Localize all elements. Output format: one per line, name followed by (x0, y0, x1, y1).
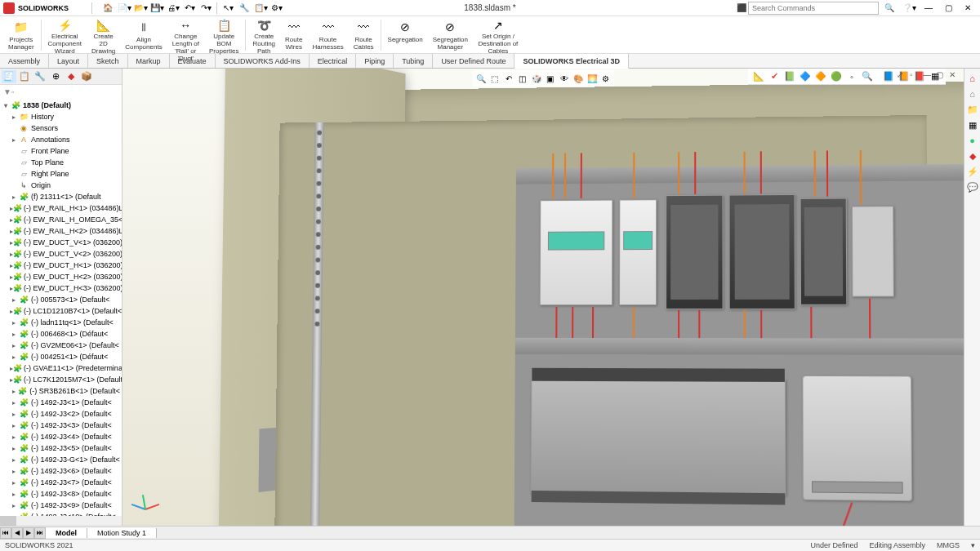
expand-icon[interactable]: ▸ (10, 491, 18, 498)
select-button[interactable]: ↖▾ (220, 2, 235, 15)
expand-icon[interactable]: ▸ (10, 502, 18, 509)
st-btn[interactable]: 📗 (782, 70, 797, 83)
ribbon-button[interactable]: ⚡ElectricalComponentWizard (43, 18, 87, 52)
tree-item[interactable]: ▸🧩(-) GV2ME06<1> (Default< (0, 340, 122, 351)
home-button[interactable]: 🏠 (100, 2, 115, 15)
ribbon-button[interactable]: ↗Set Origin /Destination of Cables (473, 18, 523, 52)
task-view-palette[interactable]: ▦ (966, 118, 979, 131)
expand-icon[interactable]: ▸ (10, 136, 18, 144)
task-solidworks-resources[interactable]: ⌂ (966, 72, 979, 85)
new-button[interactable]: 📄▾ (117, 2, 131, 15)
tree-item[interactable]: ▱Top Plane (0, 157, 122, 168)
expand-icon[interactable]: ▸ (10, 193, 18, 201)
tree-content[interactable]: ▾🧩1838 (Default)▸📁History◉Sensors▸AAnnot… (0, 98, 122, 516)
expand-icon[interactable]: ▸ (10, 113, 18, 121)
section-view-button[interactable]: ◫ (516, 72, 529, 85)
tree-tab-config[interactable]: 🔧 (33, 70, 47, 83)
din-rail[interactable] (515, 338, 964, 355)
task-design-library[interactable]: ⌂ (966, 87, 979, 100)
vp-close[interactable]: ✕ (949, 70, 960, 82)
settings-button[interactable]: ⚙▾ (270, 2, 284, 15)
ribbon-button[interactable]: ➰CreateRoutingPath (247, 18, 280, 52)
tree-item[interactable]: ▸AAnnotations (0, 134, 122, 145)
power-supply[interactable] (802, 375, 912, 501)
ribbon-button[interactable]: 〰RouteHarnesses (307, 18, 348, 52)
tree-item[interactable]: ▾🧩1838 (Default) (0, 100, 122, 111)
tree-item[interactable]: ▸🧩(-) EW_DUCT_H<1> (036200)Legr (0, 260, 122, 271)
contactor[interactable] (800, 198, 848, 305)
tree-item[interactable]: ↳Origin (0, 180, 122, 191)
tree-item[interactable]: ▸🧩(-) 005573<1> (Default< (0, 294, 122, 305)
command-tab[interactable]: User Defined Route (433, 54, 514, 68)
task-electrical[interactable]: ⚡ (966, 165, 979, 178)
expand-icon[interactable]: ▾ (2, 102, 10, 109)
tree-item[interactable]: ▸🧩(-) 004251<1> (Défaut< (0, 351, 122, 362)
tree-item[interactable]: ▸🧩(-) ladn11tq<1> (Default< (0, 317, 122, 328)
tree-tab-appear[interactable]: 📦 (79, 70, 94, 83)
vp-expand[interactable]: ⤢ (897, 70, 908, 82)
circuit-breaker[interactable] (619, 199, 657, 305)
minimize-button[interactable]: — (920, 2, 938, 15)
bottom-tab[interactable]: Model (46, 528, 87, 538)
tree-item[interactable]: ▱Front Plane (0, 145, 122, 157)
redo-button[interactable]: ↷▾ (198, 2, 213, 15)
print-button[interactable]: 🖨▾ (166, 2, 180, 15)
bottom-tab[interactable]: Motion Study 1 (87, 528, 157, 538)
command-tab[interactable]: Piping (356, 54, 394, 68)
tree-item[interactable]: ▸📁History (0, 111, 122, 122)
expand-icon[interactable]: ▸ (10, 433, 18, 441)
st-btn[interactable]: ✔ (767, 70, 782, 83)
expand-icon[interactable]: ▸ (10, 399, 18, 407)
tree-item[interactable]: ▸🧩(-) 1492-J3<6> (Default< (0, 465, 122, 477)
ribbon-button[interactable]: 〰RouteWires (280, 18, 307, 52)
vp-view[interactable]: ▫ (910, 70, 921, 82)
maximize-button[interactable]: ▢ (939, 2, 957, 15)
tree-item[interactable]: ▸🧩(-) 1492-J3<3> (Default< (0, 420, 122, 431)
contactor[interactable] (666, 195, 724, 309)
mounting-rail[interactable] (310, 122, 324, 526)
tree-item[interactable]: ▸🧩(-) EW_RAIL_H<1> (034486)Legra (0, 202, 122, 214)
tab-next[interactable]: ▶ (23, 527, 34, 539)
zoom-fit-button[interactable]: 🔍 (474, 72, 488, 85)
tree-tab-display[interactable]: ◆ (64, 70, 78, 83)
tree-item[interactable]: ▸🧩(-) 1492-J3-G<1> (Default< (0, 454, 122, 465)
command-tab[interactable]: SOLIDWORKS Electrical 3D (514, 54, 629, 69)
ribbon-button[interactable]: ⫴AlignComponents (120, 18, 167, 52)
hide-show-button[interactable]: 👁 (558, 72, 571, 85)
expand-icon[interactable]: ▸ (10, 456, 18, 464)
undo-button[interactable]: ↶▾ (182, 2, 197, 15)
edit-appear-button[interactable]: 🎨 (572, 72, 585, 85)
options-button[interactable]: 📋▾ (253, 2, 268, 15)
tree-item[interactable]: ▸🧩(-) EW_RAIL_H<2> (034486)Legra (0, 225, 122, 237)
tree-item[interactable]: ▸🧩(-) EW_DUCT_H<3> (036200)Legr (0, 282, 122, 294)
expand-icon[interactable]: ▸ (10, 388, 17, 395)
tree-item[interactable]: ▸🧩(-) LC1D1210B7<1> (Default< (0, 305, 122, 317)
st-btn[interactable]: ◦ (844, 70, 859, 83)
tree-item[interactable]: ▸🧩(-) EW_DUCT_H<2> (036200)Legr (0, 271, 122, 282)
expand-icon[interactable]: ▸ (10, 331, 18, 338)
tree-item[interactable]: ▸🧩(-) 1492-J3<1> (Default< (0, 397, 122, 408)
tab-first[interactable]: ⏮ (0, 527, 11, 539)
ribbon-button[interactable]: ⊘SegregationManager (428, 18, 473, 52)
viewport[interactable]: 📐 ✔ 📗 🔷 🔶 🟢 ◦ 🔍 📘 📙 📕 ▦ 🔍 ⬚ ↶ ◫ 🎲 ▣ 👁 🎨 … (122, 69, 964, 526)
task-forum[interactable]: 💬 (966, 180, 979, 193)
tree-item[interactable]: ▱Right Plane (0, 168, 122, 180)
save-button[interactable]: 💾▾ (149, 2, 164, 15)
command-tab[interactable]: Layout (49, 54, 88, 68)
expand-icon[interactable]: ▸ (10, 422, 18, 429)
tree-item[interactable]: ▸🧩(-) 006468<1> (Défaut< (0, 328, 122, 340)
ribbon-button[interactable]: 〰RouteCables (349, 18, 379, 52)
tree-item[interactable]: ◉Sensors (0, 122, 122, 134)
command-tab[interactable]: Tubing (394, 54, 433, 68)
tree-item[interactable]: ▸🧩(-) EW_DUCT_V<1> (036200)Legr (0, 237, 122, 248)
task-custom-props[interactable]: ◆ (966, 149, 979, 162)
expand-icon[interactable]: ▸ (10, 319, 18, 327)
contactor[interactable] (728, 194, 795, 309)
ribbon-button[interactable]: ↔ChangeLength of'Rail' or'Duct' (167, 18, 204, 52)
tree-scroll[interactable] (0, 516, 122, 526)
tree-item[interactable]: ▸🧩(-) SR3B261B<1> (Default< (0, 385, 122, 397)
expand-icon[interactable]: ▸ (10, 445, 18, 452)
st-btn[interactable]: 📐 (751, 70, 766, 83)
expand-icon[interactable]: ▸ (10, 342, 18, 349)
close-button[interactable]: ✕ (959, 2, 977, 15)
